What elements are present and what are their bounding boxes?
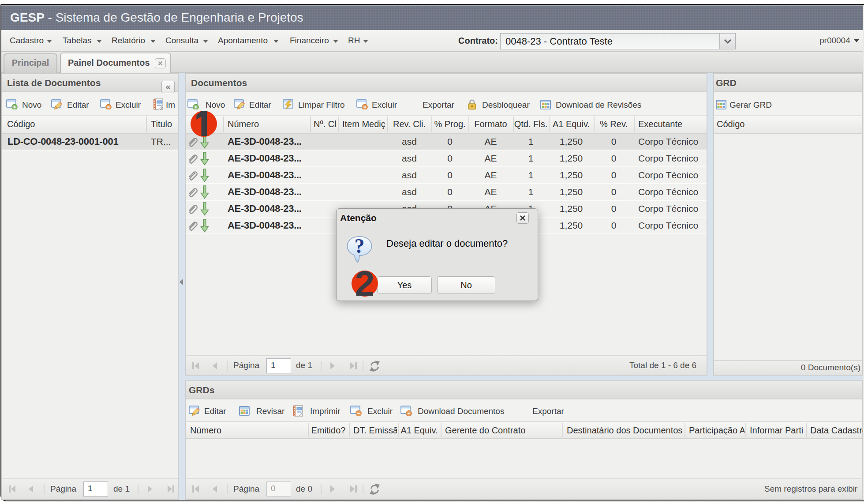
svg-text:?: ?: [355, 235, 365, 257]
